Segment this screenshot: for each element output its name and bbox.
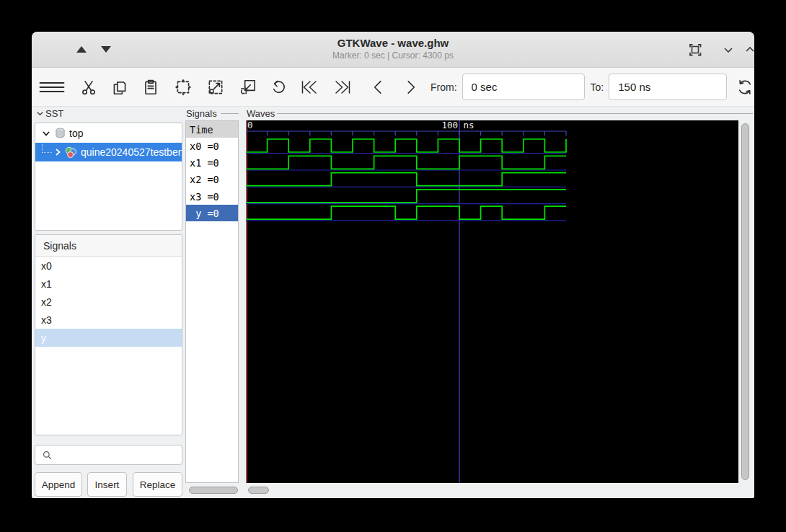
to-input[interactable] xyxy=(609,74,727,100)
wave-row-label-x0[interactable]: x0 =0 xyxy=(186,138,238,154)
search-icon xyxy=(42,450,53,461)
wave-row-label-x3[interactable]: x3 =0 xyxy=(186,188,238,205)
from-input[interactable] xyxy=(462,74,585,100)
database-icon xyxy=(55,128,66,138)
signals-frame-line xyxy=(221,113,239,114)
search-input[interactable] xyxy=(53,445,182,464)
wave-row-label-x2[interactable]: x2 =0 xyxy=(186,172,238,188)
reload-icon[interactable] xyxy=(736,78,754,97)
zoom-in-icon[interactable] xyxy=(206,78,225,97)
list-item-y[interactable]: y xyxy=(35,329,182,347)
scrollbar-thumb[interactable] xyxy=(741,123,749,480)
signals-frame-label: Signals xyxy=(186,108,217,119)
insert-button[interactable]: Insert xyxy=(87,472,127,497)
wave-canvas[interactable]: 0100 ns xyxy=(246,120,738,483)
go-to-start-icon[interactable] xyxy=(299,78,321,97)
append-button[interactable]: Append xyxy=(35,472,82,497)
sst-chevron-icon xyxy=(36,110,44,118)
marker-cursor-status: Marker: 0 sec | Cursor: 4300 ps xyxy=(32,50,754,61)
tree-item-top[interactable]: top xyxy=(35,123,182,143)
titlebar: GTKWave - wave.ghw Marker: 0 sec | Curso… xyxy=(32,32,754,68)
expander-right-icon[interactable] xyxy=(53,147,63,157)
waves-frame-line xyxy=(277,113,753,114)
list-item-x1[interactable]: x1 xyxy=(35,275,182,293)
waves-frame-label: Waves xyxy=(247,108,275,119)
step-right-icon[interactable] xyxy=(402,78,420,97)
step-left-icon[interactable] xyxy=(368,78,387,97)
undo-icon[interactable] xyxy=(269,78,288,97)
zoom-out-icon[interactable] xyxy=(239,78,257,97)
gtkwave-window: GTKWave - wave.ghw Marker: 0 sec | Curso… xyxy=(32,32,754,498)
zoom-fit-icon[interactable] xyxy=(174,78,193,97)
svg-text:0: 0 xyxy=(247,120,253,130)
signal-names-column: Time x0 =0 x1 =0 x2 =0 x3 =0 y =0 xyxy=(185,120,239,483)
go-to-end-icon[interactable] xyxy=(331,78,353,97)
waves-horizontal-scrollbar[interactable] xyxy=(246,484,754,496)
tree-item-label: top xyxy=(69,128,83,139)
list-item-x2[interactable]: x2 xyxy=(35,293,182,311)
signal-list-header: Signals xyxy=(35,235,182,257)
replace-button[interactable]: Replace xyxy=(133,472,182,497)
module-icon xyxy=(64,146,77,159)
window-title: GTKWave - wave.ghw xyxy=(32,37,754,49)
sst-label: SST xyxy=(45,108,63,119)
chevron-down-icon[interactable] xyxy=(720,41,737,58)
list-item-x0[interactable]: x0 xyxy=(35,257,182,275)
signal-search xyxy=(35,445,182,465)
sst-expander[interactable]: SST xyxy=(36,108,63,119)
scrollbar-thumb[interactable] xyxy=(189,487,238,494)
to-label: To: xyxy=(591,81,604,93)
chevron-up-icon[interactable] xyxy=(741,41,754,58)
toolbar: From: To: xyxy=(32,68,754,107)
from-label: From: xyxy=(430,81,457,93)
signal-list-panel: Signals x0 x1 x2 x3 y xyxy=(35,234,182,435)
cut-icon[interactable] xyxy=(79,78,98,97)
fit-window-icon[interactable] xyxy=(686,41,704,58)
svg-text:100 ns: 100 ns xyxy=(441,120,474,130)
copy-icon[interactable] xyxy=(110,78,129,97)
tree-item-label: quine20240527testbench xyxy=(81,146,182,158)
wave-row-label-x1[interactable]: x1 =0 xyxy=(186,154,238,171)
menu-icon[interactable] xyxy=(38,78,66,97)
tree-item-testbench[interactable]: quine20240527testbench xyxy=(35,143,182,161)
waves-vertical-scrollbar[interactable] xyxy=(740,120,753,483)
scrollbar-thumb[interactable] xyxy=(248,487,269,494)
wave-row-label-y[interactable]: y =0 xyxy=(186,205,238,221)
expander-down-icon[interactable] xyxy=(41,128,51,138)
sst-tree: top quine20240527testbench xyxy=(35,123,182,231)
waveform-plot: 0100 ns xyxy=(246,120,738,483)
tree-branch-line xyxy=(42,144,52,153)
paste-icon[interactable] xyxy=(141,78,160,97)
list-item-x3[interactable]: x3 xyxy=(35,311,182,329)
names-horizontal-scrollbar[interactable] xyxy=(185,484,240,496)
time-header[interactable]: Time xyxy=(186,121,238,138)
